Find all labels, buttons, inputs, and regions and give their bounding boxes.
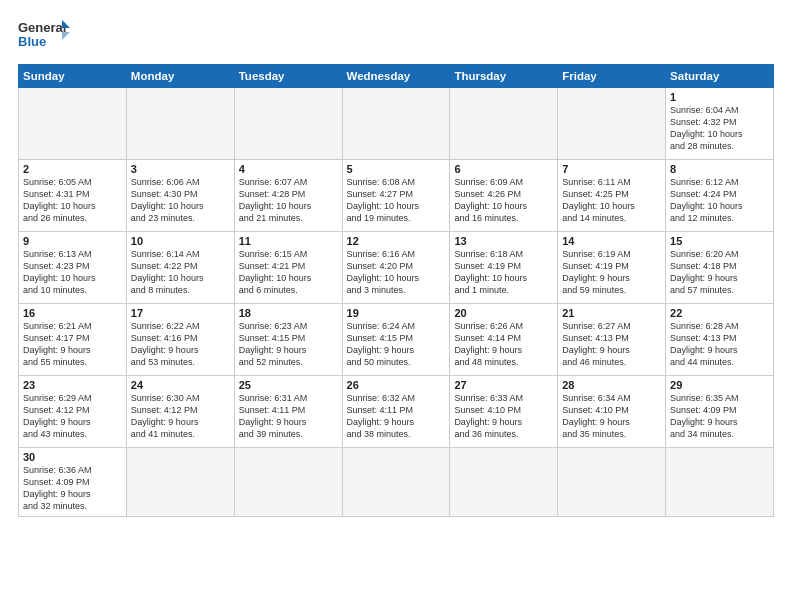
day-info: Sunrise: 6:32 AM Sunset: 4:11 PM Dayligh… <box>347 392 446 441</box>
calendar-cell <box>558 88 666 160</box>
day-number: 6 <box>454 163 553 175</box>
day-number: 10 <box>131 235 230 247</box>
calendar-cell: 2Sunrise: 6:05 AM Sunset: 4:31 PM Daylig… <box>19 160 127 232</box>
calendar-cell: 15Sunrise: 6:20 AM Sunset: 4:18 PM Dayli… <box>666 232 774 304</box>
calendar-cell: 10Sunrise: 6:14 AM Sunset: 4:22 PM Dayli… <box>126 232 234 304</box>
calendar-table: SundayMondayTuesdayWednesdayThursdayFrid… <box>18 64 774 517</box>
calendar-cell: 8Sunrise: 6:12 AM Sunset: 4:24 PM Daylig… <box>666 160 774 232</box>
day-info: Sunrise: 6:29 AM Sunset: 4:12 PM Dayligh… <box>23 392 122 441</box>
day-number: 13 <box>454 235 553 247</box>
calendar-cell <box>666 448 774 517</box>
day-number: 28 <box>562 379 661 391</box>
day-number: 30 <box>23 451 122 463</box>
header: General Blue <box>18 18 774 54</box>
day-number: 21 <box>562 307 661 319</box>
day-number: 17 <box>131 307 230 319</box>
calendar-cell: 25Sunrise: 6:31 AM Sunset: 4:11 PM Dayli… <box>234 376 342 448</box>
calendar-cell <box>234 448 342 517</box>
day-number: 25 <box>239 379 338 391</box>
day-info: Sunrise: 6:28 AM Sunset: 4:13 PM Dayligh… <box>670 320 769 369</box>
day-number: 22 <box>670 307 769 319</box>
day-info: Sunrise: 6:23 AM Sunset: 4:15 PM Dayligh… <box>239 320 338 369</box>
day-number: 23 <box>23 379 122 391</box>
calendar-week-row: 23Sunrise: 6:29 AM Sunset: 4:12 PM Dayli… <box>19 376 774 448</box>
calendar-header-row: SundayMondayTuesdayWednesdayThursdayFrid… <box>19 65 774 88</box>
day-info: Sunrise: 6:11 AM Sunset: 4:25 PM Dayligh… <box>562 176 661 225</box>
calendar-cell: 26Sunrise: 6:32 AM Sunset: 4:11 PM Dayli… <box>342 376 450 448</box>
day-number: 3 <box>131 163 230 175</box>
day-info: Sunrise: 6:35 AM Sunset: 4:09 PM Dayligh… <box>670 392 769 441</box>
day-info: Sunrise: 6:13 AM Sunset: 4:23 PM Dayligh… <box>23 248 122 297</box>
day-info: Sunrise: 6:33 AM Sunset: 4:10 PM Dayligh… <box>454 392 553 441</box>
calendar-header-saturday: Saturday <box>666 65 774 88</box>
calendar-week-row: 30Sunrise: 6:36 AM Sunset: 4:09 PM Dayli… <box>19 448 774 517</box>
calendar-cell: 27Sunrise: 6:33 AM Sunset: 4:10 PM Dayli… <box>450 376 558 448</box>
svg-marker-3 <box>62 32 70 40</box>
day-info: Sunrise: 6:27 AM Sunset: 4:13 PM Dayligh… <box>562 320 661 369</box>
day-number: 7 <box>562 163 661 175</box>
calendar-header-monday: Monday <box>126 65 234 88</box>
calendar-cell: 13Sunrise: 6:18 AM Sunset: 4:19 PM Dayli… <box>450 232 558 304</box>
calendar-header-tuesday: Tuesday <box>234 65 342 88</box>
day-info: Sunrise: 6:16 AM Sunset: 4:20 PM Dayligh… <box>347 248 446 297</box>
calendar-cell: 6Sunrise: 6:09 AM Sunset: 4:26 PM Daylig… <box>450 160 558 232</box>
calendar-cell: 28Sunrise: 6:34 AM Sunset: 4:10 PM Dayli… <box>558 376 666 448</box>
calendar-cell: 23Sunrise: 6:29 AM Sunset: 4:12 PM Dayli… <box>19 376 127 448</box>
logo: General Blue <box>18 18 70 54</box>
calendar-cell: 14Sunrise: 6:19 AM Sunset: 4:19 PM Dayli… <box>558 232 666 304</box>
day-number: 8 <box>670 163 769 175</box>
day-number: 24 <box>131 379 230 391</box>
calendar-week-row: 1Sunrise: 6:04 AM Sunset: 4:32 PM Daylig… <box>19 88 774 160</box>
day-number: 4 <box>239 163 338 175</box>
calendar-cell: 11Sunrise: 6:15 AM Sunset: 4:21 PM Dayli… <box>234 232 342 304</box>
day-number: 18 <box>239 307 338 319</box>
calendar-cell: 16Sunrise: 6:21 AM Sunset: 4:17 PM Dayli… <box>19 304 127 376</box>
calendar-cell: 29Sunrise: 6:35 AM Sunset: 4:09 PM Dayli… <box>666 376 774 448</box>
calendar-cell <box>342 88 450 160</box>
calendar-header-wednesday: Wednesday <box>342 65 450 88</box>
day-number: 16 <box>23 307 122 319</box>
generalblue-logo-icon: General Blue <box>18 18 70 54</box>
day-info: Sunrise: 6:04 AM Sunset: 4:32 PM Dayligh… <box>670 104 769 153</box>
day-info: Sunrise: 6:06 AM Sunset: 4:30 PM Dayligh… <box>131 176 230 225</box>
calendar-cell <box>450 448 558 517</box>
day-info: Sunrise: 6:24 AM Sunset: 4:15 PM Dayligh… <box>347 320 446 369</box>
calendar-cell <box>19 88 127 160</box>
calendar-header-sunday: Sunday <box>19 65 127 88</box>
calendar-cell: 4Sunrise: 6:07 AM Sunset: 4:28 PM Daylig… <box>234 160 342 232</box>
day-number: 20 <box>454 307 553 319</box>
calendar-cell: 30Sunrise: 6:36 AM Sunset: 4:09 PM Dayli… <box>19 448 127 517</box>
day-number: 26 <box>347 379 446 391</box>
day-number: 29 <box>670 379 769 391</box>
calendar-cell: 20Sunrise: 6:26 AM Sunset: 4:14 PM Dayli… <box>450 304 558 376</box>
calendar-week-row: 9Sunrise: 6:13 AM Sunset: 4:23 PM Daylig… <box>19 232 774 304</box>
calendar-cell <box>234 88 342 160</box>
day-info: Sunrise: 6:20 AM Sunset: 4:18 PM Dayligh… <box>670 248 769 297</box>
calendar-cell <box>342 448 450 517</box>
calendar-cell <box>126 448 234 517</box>
day-info: Sunrise: 6:31 AM Sunset: 4:11 PM Dayligh… <box>239 392 338 441</box>
day-info: Sunrise: 6:14 AM Sunset: 4:22 PM Dayligh… <box>131 248 230 297</box>
day-number: 15 <box>670 235 769 247</box>
day-number: 27 <box>454 379 553 391</box>
svg-text:Blue: Blue <box>18 34 46 49</box>
calendar-cell: 1Sunrise: 6:04 AM Sunset: 4:32 PM Daylig… <box>666 88 774 160</box>
day-info: Sunrise: 6:21 AM Sunset: 4:17 PM Dayligh… <box>23 320 122 369</box>
calendar-cell: 18Sunrise: 6:23 AM Sunset: 4:15 PM Dayli… <box>234 304 342 376</box>
calendar-cell <box>558 448 666 517</box>
calendar-header-friday: Friday <box>558 65 666 88</box>
day-number: 14 <box>562 235 661 247</box>
day-info: Sunrise: 6:26 AM Sunset: 4:14 PM Dayligh… <box>454 320 553 369</box>
day-info: Sunrise: 6:22 AM Sunset: 4:16 PM Dayligh… <box>131 320 230 369</box>
day-info: Sunrise: 6:08 AM Sunset: 4:27 PM Dayligh… <box>347 176 446 225</box>
calendar-week-row: 2Sunrise: 6:05 AM Sunset: 4:31 PM Daylig… <box>19 160 774 232</box>
day-number: 1 <box>670 91 769 103</box>
day-number: 19 <box>347 307 446 319</box>
day-number: 11 <box>239 235 338 247</box>
calendar-cell: 24Sunrise: 6:30 AM Sunset: 4:12 PM Dayli… <box>126 376 234 448</box>
calendar-cell: 7Sunrise: 6:11 AM Sunset: 4:25 PM Daylig… <box>558 160 666 232</box>
calendar-cell: 9Sunrise: 6:13 AM Sunset: 4:23 PM Daylig… <box>19 232 127 304</box>
calendar-cell <box>126 88 234 160</box>
day-info: Sunrise: 6:36 AM Sunset: 4:09 PM Dayligh… <box>23 464 122 513</box>
day-info: Sunrise: 6:12 AM Sunset: 4:24 PM Dayligh… <box>670 176 769 225</box>
